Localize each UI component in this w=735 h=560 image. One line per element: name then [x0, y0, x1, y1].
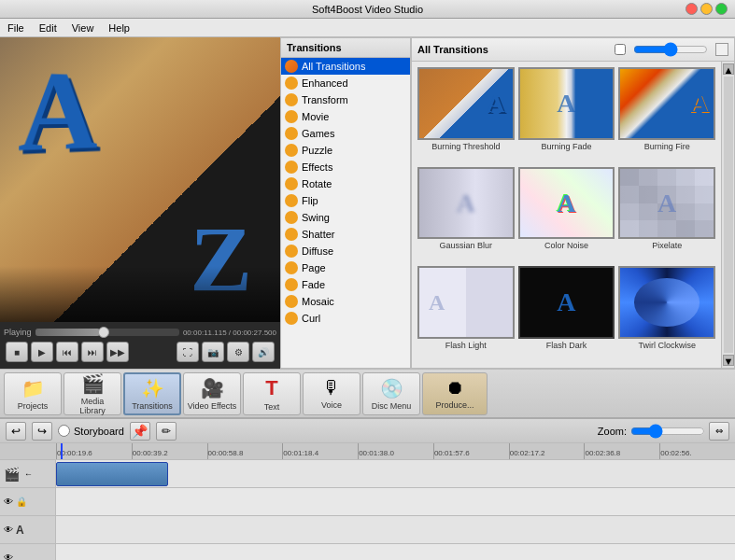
track-label-2: 👁 A — [0, 516, 55, 544]
undo-button[interactable]: ↩ — [6, 422, 26, 441]
transition-item-puzzle[interactable]: Puzzle — [281, 142, 410, 159]
tool-disc-menu[interactable]: 💿 Disc Menu — [362, 372, 420, 415]
thumb-pixelate[interactable]: A Pixelate — [618, 167, 715, 263]
snapshot-button[interactable]: 📷 — [202, 342, 224, 362]
scroll-up-arrow[interactable]: ▲ — [723, 63, 734, 75]
transitions-label: Transitions — [132, 401, 173, 411]
media-library-label: Media Library — [67, 397, 118, 415]
stop-button[interactable]: ■ — [6, 342, 28, 362]
thumbnails-grid: A Burning Threshold A Burning Fade A — [412, 62, 721, 368]
play-pause-button[interactable]: ▶ — [31, 342, 53, 362]
transition-item-diffuse[interactable]: Diffuse — [281, 243, 410, 259]
transition-item-mosaic[interactable]: Mosaic — [281, 293, 410, 310]
tool-media-library[interactable]: 🎬 Media Library — [64, 372, 121, 415]
transition-item-effects[interactable]: Effects — [281, 159, 410, 175]
menu-help[interactable]: Help — [105, 21, 134, 35]
transition-item-fade[interactable]: Fade — [281, 276, 410, 293]
thumb-gaussian-blur[interactable]: A Gaussian Blur — [417, 167, 515, 263]
track-row-0 — [56, 460, 735, 488]
thumbs-scrollbar[interactable]: ▲ ▼ — [721, 62, 734, 368]
transitions-list: All Transitions Enhanced Transform Movie… — [281, 58, 410, 368]
track-0-icon: 🎬 — [4, 467, 20, 482]
prev-button[interactable]: ⏮ — [56, 342, 78, 362]
time-display: 00:00:11.115 / 00:00:27.500 — [183, 329, 276, 337]
redo-button[interactable]: ↪ — [32, 422, 52, 441]
thumb-flash-light[interactable]: A Flash Light — [417, 266, 515, 362]
thumb-burning-threshold[interactable]: A Burning Threshold — [417, 67, 515, 163]
progress-fill — [35, 329, 100, 336]
pin-button[interactable]: 📌 — [130, 422, 150, 441]
menu-file[interactable]: File — [4, 21, 28, 35]
thumb-burning-fire[interactable]: A Burning Fire — [618, 67, 715, 163]
thumb-label-color-noise: Color Noise — [544, 241, 588, 250]
edit-button[interactable]: ✏ — [156, 422, 177, 441]
fade-icon — [285, 278, 298, 291]
transition-item-shatter[interactable]: Shatter — [281, 226, 410, 243]
thumbs-size-slider[interactable] — [633, 42, 708, 57]
tool-transitions[interactable]: ✨ Transitions — [123, 372, 181, 415]
transition-item-movie[interactable]: Movie — [281, 108, 410, 125]
eye-icon-2[interactable]: 👁 — [4, 525, 13, 535]
next-button[interactable]: ⏭ — [81, 342, 104, 362]
tool-produce[interactable]: ⏺ Produce... — [422, 372, 488, 415]
timeline-ruler: 00:00:19.6 00:00:39.2 00:00:58.8 00:01:1… — [0, 443, 735, 460]
transitions-icon: ✨ — [141, 377, 164, 399]
thumbs-scrollbar-up[interactable] — [715, 43, 728, 56]
timeline-toolbar: ↩ ↪ Storyboard 📌 ✏ Zoom: ⇔ — [0, 419, 735, 443]
maximize-button[interactable] — [715, 3, 728, 15]
ruler-mark-3: 00:01:18.4 — [282, 443, 358, 459]
fit-button[interactable]: ⇔ — [709, 422, 729, 441]
close-button[interactable] — [686, 3, 698, 15]
menu-view[interactable]: View — [68, 21, 98, 35]
window-controls — [686, 3, 728, 15]
transition-item-swing[interactable]: Swing — [281, 209, 410, 226]
tool-projects[interactable]: 📁 Projects — [4, 372, 62, 415]
transition-item-flip[interactable]: Flip — [281, 192, 410, 209]
progress-bar[interactable] — [35, 329, 179, 336]
thumb-burning-fade[interactable]: A Burning Fade — [518, 67, 615, 163]
volume-button[interactable]: 🔊 — [252, 342, 275, 362]
thumb-label-burning-fire: Burning Fire — [644, 142, 690, 151]
eye-icon-3[interactable]: 👁 — [4, 553, 13, 560]
movie-icon — [285, 110, 298, 123]
curl-icon — [285, 312, 298, 325]
transition-item-games[interactable]: Games — [281, 125, 410, 142]
video-shadow — [0, 266, 280, 322]
flip-icon — [285, 194, 298, 207]
track-row-3 — [56, 544, 735, 560]
transition-item-enhanced[interactable]: Enhanced — [281, 75, 410, 91]
disc-menu-icon: 💿 — [380, 377, 403, 399]
window-title: Soft4Boost Video Studio — [312, 4, 423, 15]
settings-button[interactable]: ⚙ — [227, 342, 249, 362]
progress-thumb[interactable] — [98, 327, 109, 338]
tool-video-effects[interactable]: 🎥 Video Effects — [183, 372, 241, 415]
scroll-down-arrow[interactable]: ▼ — [723, 355, 734, 366]
menu-edit[interactable]: Edit — [35, 21, 61, 35]
tool-text[interactable]: T Text — [243, 372, 301, 415]
thumb-flash-dark[interactable]: A Flash Dark — [518, 266, 615, 362]
thumb-twirl-clockwise[interactable]: Twirl Clockwise — [618, 266, 715, 362]
transition-item-all[interactable]: All Transitions — [281, 58, 410, 75]
transition-item-rotate[interactable]: Rotate — [281, 175, 410, 192]
thumb-color-noise[interactable]: A Color Noise — [518, 167, 615, 263]
thumb-label-burning-threshold: Burning Threshold — [431, 142, 500, 151]
tool-voice[interactable]: 🎙 Voice — [303, 372, 360, 415]
track-clip-0[interactable] — [56, 462, 168, 486]
minimize-button[interactable] — [700, 3, 713, 15]
zoom-slider[interactable] — [630, 424, 705, 439]
video-effects-label: Video Effects — [188, 401, 237, 411]
transition-item-page[interactable]: Page — [281, 259, 410, 276]
ruler-mark-4: 00:01:38.0 — [358, 443, 433, 459]
transition-item-curl[interactable]: Curl — [281, 310, 410, 327]
transition-item-transform[interactable]: Transform — [281, 91, 410, 108]
ruler-mark-8: 00:02:56. — [659, 443, 735, 459]
video-letter-a: A — [18, 44, 97, 177]
thumbs-checkbox[interactable] — [615, 44, 626, 55]
forward-button[interactable]: ▶▶ — [106, 342, 129, 362]
eye-icon-1[interactable]: 👁 — [4, 497, 13, 507]
storyboard-radio[interactable] — [58, 425, 70, 437]
title-bar: Soft4Boost Video Studio — [0, 0, 735, 19]
fullscreen-button[interactable]: ⛶ — [177, 342, 199, 362]
produce-label: Produce... — [435, 400, 474, 410]
main-content: A Z Playing 00:00:11.115 / 00:00:27.500 … — [0, 37, 735, 369]
